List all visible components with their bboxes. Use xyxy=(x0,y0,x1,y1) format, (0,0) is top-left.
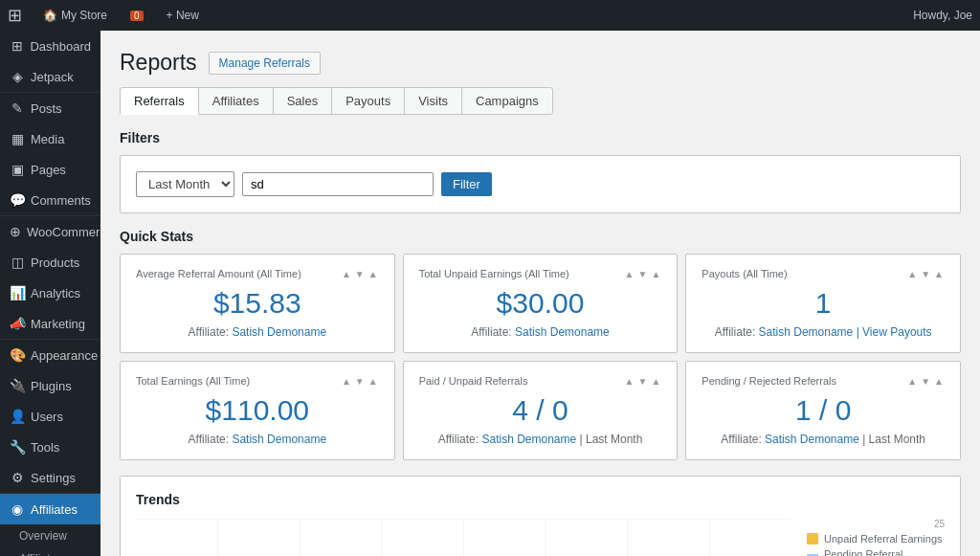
stat-title-total: Total Earnings (All Time) xyxy=(136,375,250,387)
sidebar-item-jetpack[interactable]: ◈ Jetpack xyxy=(0,61,100,92)
chevron-down-icon[interactable]: ▼ xyxy=(354,269,366,279)
sidebar-item-users[interactable]: 👤 Users xyxy=(0,401,100,432)
dashboard-icon: ⊞ xyxy=(10,38,24,54)
posts-icon: ✎ xyxy=(10,100,25,116)
affiliate-link-3[interactable]: Satish Demoname xyxy=(232,433,326,446)
chevron-up-icon[interactable]: ▲ xyxy=(624,376,635,387)
marketing-icon: 📣 xyxy=(10,316,25,331)
stat-title-unpaid: Total Unpaid Earnings (All Time) xyxy=(419,268,569,279)
stat-title-payouts: Payouts (All Time) xyxy=(702,268,787,279)
stat-card-paid-unpaid: Paid / Unpaid Referrals ▲ ▼ ▲ 4 / 0 Affi… xyxy=(403,361,679,460)
new-button[interactable]: + New xyxy=(161,9,205,22)
period-select[interactable]: Last Month This Month Last Year All Time xyxy=(136,171,234,197)
chevron-up-icon[interactable]: ▲ xyxy=(341,269,352,279)
filters-section: Filters Last Month This Month Last Year … xyxy=(120,130,961,213)
plugins-icon: 🔌 xyxy=(10,378,25,393)
affiliate-link-4[interactable]: Satish Demoname xyxy=(481,433,576,446)
affiliate-link-0[interactable]: Satish Demoname xyxy=(232,325,326,339)
legend-item-unpaid: Unpaid Referral Earnings xyxy=(807,533,945,545)
stat-affiliate-paid-unpaid: Affiliate: Satish Demoname | Last Month xyxy=(419,433,662,446)
expand-icon[interactable]: ▲ xyxy=(368,376,379,387)
expand-icon[interactable]: ▲ xyxy=(650,376,661,387)
tab-campaigns[interactable]: Campaigns xyxy=(461,87,553,115)
sidebar-item-posts[interactable]: ✎ Posts xyxy=(0,93,100,123)
chevron-down-icon[interactable]: ▼ xyxy=(354,376,366,387)
products-icon: ◫ xyxy=(10,255,25,270)
chevron-down-icon[interactable]: ▼ xyxy=(637,269,649,279)
sidebar-item-tools[interactable]: 🔧 Tools xyxy=(0,432,100,462)
tab-sales[interactable]: Sales xyxy=(273,87,333,115)
stat-value-avg: $15.83 xyxy=(136,287,379,320)
filter-button[interactable]: Filter xyxy=(441,172,492,196)
chevron-down-icon[interactable]: ▼ xyxy=(920,376,931,387)
sidebar-sub-overview[interactable]: Overview xyxy=(0,524,100,547)
stat-controls-3: ▲ ▼ ▲ xyxy=(341,376,379,387)
expand-icon[interactable]: ▲ xyxy=(933,376,945,387)
settings-icon: ⚙ xyxy=(10,470,25,485)
affiliates-icon: ◉ xyxy=(10,501,25,517)
quick-stats-section: Quick Stats Average Referral Amount (All… xyxy=(120,229,961,460)
sidebar-item-appearance[interactable]: 🎨 Appearance xyxy=(0,340,100,370)
chevron-up-icon[interactable]: ▲ xyxy=(906,269,918,279)
sidebar-sub-affiliates[interactable]: Affiliates xyxy=(0,547,100,556)
sidebar-item-products[interactable]: ◫ Products xyxy=(0,247,100,278)
pages-icon: ▣ xyxy=(10,162,25,177)
view-payouts-link[interactable]: | View Payouts xyxy=(857,325,932,339)
chart-container xyxy=(136,519,791,556)
sidebar-item-pages[interactable]: ▣ Pages xyxy=(0,154,100,185)
sidebar-item-analytics[interactable]: 📊 Analytics xyxy=(0,278,100,308)
stat-card-avg-referral: Average Referral Amount (All Time) ▲ ▼ ▲… xyxy=(120,254,395,353)
trend-chart xyxy=(136,519,791,556)
sidebar-item-plugins[interactable]: 🔌 Plugins xyxy=(0,370,100,401)
analytics-icon: 📊 xyxy=(10,285,25,300)
stat-affiliate-avg: Affiliate: Satish Demoname xyxy=(136,325,379,339)
site-name[interactable]: 🏠 My Store xyxy=(37,9,113,22)
stat-title-paid-unpaid: Paid / Unpaid Referrals xyxy=(419,375,528,387)
legend-item-pending: Pending Referral Earnings xyxy=(807,548,945,556)
search-input[interactable] xyxy=(242,172,434,196)
sidebar-item-comments[interactable]: 💬 Comments xyxy=(0,185,100,215)
woocommerce-icon: ⊕ xyxy=(10,224,21,239)
stat-controls-2: ▲ ▼ ▲ xyxy=(906,269,945,279)
tab-visits[interactable]: Visits xyxy=(404,87,462,115)
sidebar-item-dashboard[interactable]: ⊞ Dashboard xyxy=(0,31,100,61)
chevron-up-icon[interactable]: ▲ xyxy=(341,376,352,387)
quick-stats-title: Quick Stats xyxy=(120,229,961,244)
affiliate-link-2[interactable]: Satish Demoname xyxy=(759,325,854,339)
affiliate-link-1[interactable]: Satish Demoname xyxy=(515,325,610,339)
chevron-up-icon[interactable]: ▲ xyxy=(624,269,635,279)
expand-icon[interactable]: ▲ xyxy=(650,269,661,279)
chevron-down-icon[interactable]: ▼ xyxy=(637,376,649,387)
comments-count[interactable]: 0 xyxy=(124,11,149,21)
stat-controls-4: ▲ ▼ ▲ xyxy=(624,376,662,387)
trends-section: Trends xyxy=(120,476,961,556)
sidebar-item-woocommerce[interactable]: ⊕ WooCommerce xyxy=(0,216,100,247)
stat-title-avg: Average Referral Amount (All Time) xyxy=(136,268,301,279)
manage-referrals-button[interactable]: Manage Referrals xyxy=(209,52,321,75)
stats-grid: Average Referral Amount (All Time) ▲ ▼ ▲… xyxy=(120,254,961,460)
page-title: Reports xyxy=(120,50,197,76)
chevron-up-icon[interactable]: ▲ xyxy=(906,376,918,387)
tab-affiliates[interactable]: Affiliates xyxy=(198,87,274,115)
stat-value-paid-unpaid: 4 / 0 xyxy=(419,394,662,427)
tab-payouts[interactable]: Payouts xyxy=(331,87,405,115)
report-tabs: Referrals Affiliates Sales Payouts Visit… xyxy=(120,87,961,115)
sidebar-item-media[interactable]: ▦ Media xyxy=(0,123,100,154)
chevron-down-icon[interactable]: ▼ xyxy=(920,269,931,279)
site-icon: 🏠 xyxy=(43,9,57,22)
expand-icon[interactable]: ▲ xyxy=(368,269,379,279)
comments-icon: 💬 xyxy=(10,192,25,208)
stat-value-payouts: 1 xyxy=(702,287,945,320)
users-icon: 👤 xyxy=(10,409,25,424)
page-header: Reports Manage Referrals xyxy=(120,50,961,76)
trends-title: Trends xyxy=(136,492,945,507)
main-content: Reports Manage Referrals Referrals Affil… xyxy=(100,31,980,556)
tab-referrals[interactable]: Referrals xyxy=(120,87,199,115)
affiliate-link-5[interactable]: Satish Demoname xyxy=(765,433,859,446)
sidebar-item-settings[interactable]: ⚙ Settings xyxy=(0,462,100,493)
chart-legend: 25 Unpaid Referral Earnings Pending Refe… xyxy=(791,519,945,556)
stat-card-total-earnings: Total Earnings (All Time) ▲ ▼ ▲ $110.00 … xyxy=(120,361,395,460)
sidebar-item-affiliates[interactable]: ◉ Affiliates xyxy=(0,494,100,524)
expand-icon[interactable]: ▲ xyxy=(933,269,945,279)
sidebar-item-marketing[interactable]: 📣 Marketing xyxy=(0,308,100,339)
